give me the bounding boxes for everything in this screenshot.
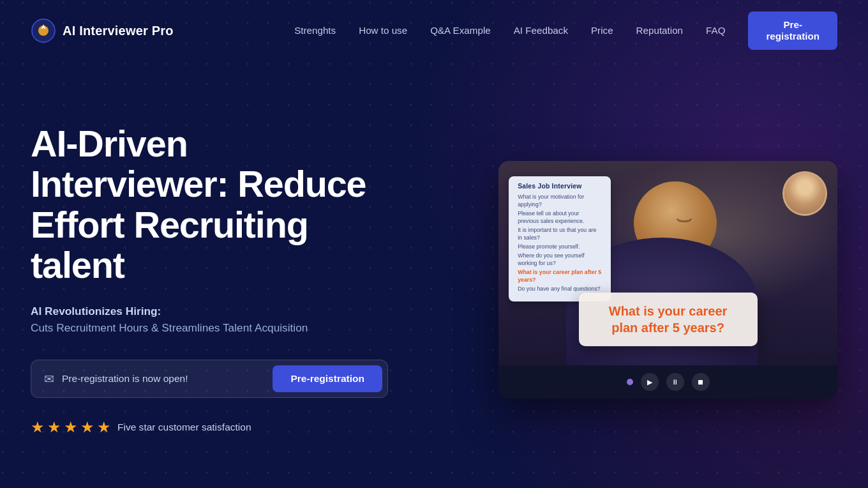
question-overlay: What is your careerplan after 5 years? (579, 293, 758, 346)
interview-item-6: What is your career plan after 5 years? (518, 269, 602, 284)
nav-reputation[interactable]: Reputation (636, 25, 683, 36)
hero-right: Sales Job Interview What is your motivat… (498, 161, 837, 399)
hero-left: AI-Driven Interviewer: Reduce Effort Rec… (31, 124, 474, 436)
logo-link[interactable]: AI Interviewer Pro (31, 18, 174, 43)
control-dot-1[interactable] (627, 379, 633, 385)
nav-strenghts[interactable]: Strenghts (294, 25, 336, 36)
play-button[interactable]: ▶ (641, 373, 659, 391)
interview-item-3: It is important to us that you are in sa… (518, 227, 602, 241)
star-5: ★ (97, 418, 111, 436)
nav-price[interactable]: Price (591, 25, 613, 36)
interview-panel: Sales Job Interview What is your motivat… (509, 176, 611, 301)
stop-button[interactable]: ⏹ (692, 373, 710, 391)
navbar: AI Interviewer Pro Strenghts How to use … (0, 0, 868, 61)
stars-label: Five star customer satisfaction (117, 422, 251, 433)
avatar-image (784, 173, 825, 214)
question-text: What is your careerplan after 5 years? (609, 304, 728, 335)
pause-button[interactable]: ⏸ (666, 373, 684, 391)
interview-item-1: What is your motivation for applying? (518, 194, 602, 208)
nav-qa-example[interactable]: Q&A Example (430, 25, 491, 36)
interview-item-5: Where do you see yourself working for us… (518, 252, 602, 267)
star-3: ★ (64, 418, 78, 436)
hero-title: AI-Driven Interviewer: Reduce Effort Rec… (31, 124, 474, 286)
interview-item-4: Please promote yourself. (518, 243, 602, 250)
pre-registration-button[interactable]: Pre-registration (273, 365, 382, 392)
avatar (782, 171, 827, 216)
nav-ai-feedback[interactable]: AI Feedback (514, 25, 568, 36)
video-card: Sales Job Interview What is your motivat… (498, 161, 837, 399)
registration-bar: ✉ Pre-registration is now open! Pre-regi… (31, 360, 388, 398)
video-controls: ▶ ⏸ ⏹ (498, 365, 837, 399)
star-2: ★ (47, 418, 61, 436)
hero-section: AI-Driven Interviewer: Reduce Effort Rec… (0, 61, 868, 488)
video-main: Sales Job Interview What is your motivat… (498, 161, 837, 365)
nav-pre-registration-button[interactable]: Pre-registration (748, 11, 837, 50)
email-icon: ✉ (44, 372, 54, 386)
nav-links: Strenghts How to use Q&A Example AI Feed… (294, 11, 837, 50)
star-4: ★ (80, 418, 94, 436)
reg-bar-text: Pre-registration is now open! (62, 373, 265, 385)
hero-subtitle: AI Revolutionizes Hiring: Cuts Recruitme… (31, 303, 474, 337)
logo-icon (31, 18, 56, 43)
nav-how-to-use[interactable]: How to use (359, 25, 407, 36)
interview-item-7: Do you have any final questions? (518, 286, 602, 293)
stars-row: ★ ★ ★ ★ ★ Five star customer satisfactio… (31, 418, 474, 436)
star-1: ★ (31, 418, 45, 436)
interview-panel-title: Sales Job Interview (518, 183, 602, 190)
logo-text: AI Interviewer Pro (63, 24, 174, 38)
nav-faq[interactable]: FAQ (706, 25, 725, 36)
star-rating: ★ ★ ★ ★ ★ (31, 418, 111, 436)
interview-item-2: Please tell us about your previous sales… (518, 210, 602, 225)
